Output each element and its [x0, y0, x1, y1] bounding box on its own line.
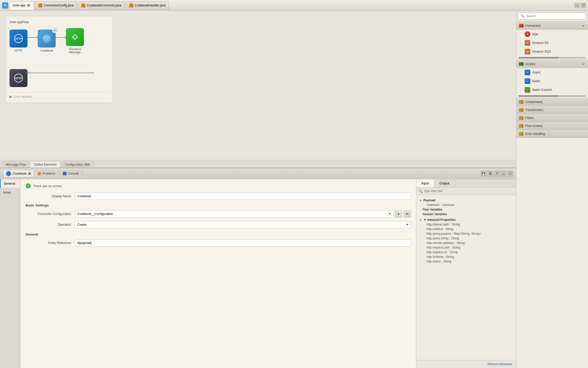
basic-settings-title: Basic Settings	[26, 203, 411, 207]
canvas-area: mule-appFlow HTTP HTTP	[0, 11, 516, 160]
problems-label: Problems	[42, 172, 55, 175]
display-name-input[interactable]	[75, 193, 411, 200]
tab-message-flow[interactable]: Message Flow	[2, 161, 30, 168]
scopes-header[interactable]: Scopes ⇌	[516, 60, 588, 68]
sidebar-item-amazonsqs[interactable]: SQS Amazon SQS	[516, 47, 588, 56]
tab-configuration-xml[interactable]: Configuration XML	[61, 161, 94, 168]
list-panel-button[interactable]: ☰	[487, 171, 493, 176]
operation-row: Operation: Create	[26, 221, 411, 228]
edit-config-button[interactable]: ✏	[404, 210, 411, 218]
panel-content: General Notes ✓ There are no errors.	[0, 179, 516, 368]
flow-control-section: Flow Control	[516, 122, 588, 130]
tab-cookbook-connector[interactable]: CookbookConnector.java	[78, 1, 124, 10]
svg-text:HTTP: HTTP	[15, 37, 22, 40]
ajax-icon: A	[525, 31, 530, 37]
tab-global-elements[interactable]: Global Elements	[30, 161, 60, 168]
panel-controls: 💾 ☰ ? — ☐	[481, 171, 513, 176]
sidebar-item-batch[interactable]: ≡ Batch	[516, 77, 588, 86]
inbound-item-7: http.scheme : String	[419, 254, 513, 259]
inbound-item-2: http.query.params : Map<String, String>	[419, 231, 513, 236]
filters-section: Filters	[516, 114, 588, 122]
arrow-2	[56, 37, 66, 38]
error-handling-header[interactable]: Error Handling	[516, 130, 588, 138]
panel-tool-tabs: Cookbook ✕ Problems Console	[3, 170, 83, 177]
async-label: Async	[532, 71, 541, 74]
cookbook-node[interactable]: Connector + Cookbook	[38, 30, 56, 52]
svg-text:tor: tor	[46, 39, 48, 41]
sidebar-item-amazons3[interactable]: S3 Amazon S3	[516, 39, 588, 47]
payload-unknown: Unknown : Unknown	[419, 203, 513, 207]
sidebar-nav-general[interactable]: General	[0, 179, 20, 188]
add-config-button[interactable]: +	[395, 210, 402, 218]
inbound-item-4: http.remote.address : String	[419, 241, 513, 245]
transformers-folder-icon	[519, 108, 524, 112]
scopes-section: Scopes ⇌ ≡ Async ≡ Batch ✓ Batch Commit	[516, 60, 588, 98]
scopes-label: Scopes	[525, 62, 580, 66]
io-tabs: Input Output	[416, 179, 516, 187]
filters-header[interactable]: Filters	[516, 114, 588, 122]
filters-folder-icon	[519, 116, 524, 120]
transform-node[interactable]: </> TransformMessage	[66, 28, 84, 54]
search-input[interactable]	[526, 14, 584, 18]
help-panel-button[interactable]: ?	[494, 171, 500, 176]
sidebar-item-ajax[interactable]: A Ajax	[516, 30, 588, 39]
java-icon-3	[129, 3, 133, 7]
transformers-header[interactable]: Transformers	[516, 106, 588, 114]
connectors-expand-icon: ⇌	[581, 24, 585, 28]
connector-config-label: Connector Configuration:	[26, 212, 72, 216]
error-expand-icon[interactable]: ▶	[9, 95, 12, 99]
panel-tab-cookbook[interactable]: Cookbook ✕	[3, 170, 34, 177]
filters-label: Filters	[525, 116, 585, 120]
minimize-panel-button[interactable]: —	[501, 171, 506, 176]
svg-text:HTTP: HTTP	[15, 77, 22, 80]
maximize-button[interactable]: ☐	[581, 3, 586, 8]
output-tab[interactable]: Output	[434, 179, 455, 187]
panel-tab-close[interactable]: ✕	[28, 172, 31, 175]
tab-connector-config[interactable]: ConnectorConfig.java	[35, 1, 77, 10]
operation-select[interactable]: Create	[75, 221, 411, 228]
refresh-metadata-link[interactable]: Refresh Metadata	[488, 362, 512, 366]
scopes-folder-icon	[519, 62, 524, 66]
title-bar: M mule-app ✕ ConnectorConfig.java Cookbo…	[0, 0, 588, 11]
right-sidebar: 🔍 Connectors ⇌ A Ajax S3 Amazon S3 SQS A…	[516, 11, 588, 368]
save-panel-button[interactable]: 💾	[481, 171, 486, 176]
no-errors-banner: ✓ There are no errors.	[26, 183, 411, 188]
app-tab[interactable]: mule-app ✕	[9, 1, 34, 10]
panel-tab-console[interactable]: Console	[59, 170, 83, 177]
minimize-button[interactable]: —	[575, 3, 580, 8]
transformers-section: Transformers	[516, 106, 588, 114]
flow-control-header[interactable]: Flow Control	[516, 122, 588, 130]
entity-ref-input[interactable]	[75, 239, 411, 247]
tab-label-connector-config: ConnectorConfig.java	[44, 4, 73, 7]
tab-label-cookbook-connector: CookbookConnector.java	[87, 4, 121, 7]
ajax-label: Ajax	[532, 32, 538, 36]
tab-cookbook-handler[interactable]: CookbookHandler.java	[126, 1, 169, 10]
entity-ref-row: Entity Reference:	[26, 239, 411, 247]
async-icon: ≡	[525, 70, 530, 75]
connector-config-row: Connector Configuration: Cookbook__Confi…	[26, 210, 411, 218]
maximize-panel-button[interactable]: ☐	[507, 171, 513, 176]
filter-input[interactable]	[424, 189, 514, 193]
filter-bar: 🔍	[416, 187, 516, 195]
http-return-node[interactable]: HTTP	[9, 69, 27, 87]
problems-icon	[37, 172, 41, 175]
inbound-item-0: http.listener.path : String	[419, 222, 513, 227]
console-icon	[63, 172, 66, 175]
sidebar-item-async[interactable]: ≡ Async	[516, 68, 588, 77]
sidebar-nav-notes[interactable]: Notes	[0, 188, 20, 197]
app-tab-close[interactable]: ✕	[27, 4, 31, 7]
center-area: mule-appFlow HTTP HTTP	[0, 11, 516, 368]
main-layout: mule-appFlow HTTP HTTP	[0, 11, 588, 368]
connectors-header[interactable]: Connectors ⇌	[516, 22, 588, 30]
panel-tab-problems[interactable]: Problems	[34, 170, 59, 177]
error-handling-folder-icon	[519, 132, 524, 136]
connector-config-select[interactable]: Cookbook__Configuration	[75, 210, 393, 218]
http-label: HTTP	[15, 49, 22, 52]
display-name-label: Display Name:	[26, 194, 72, 198]
sidebar-item-batch-commit[interactable]: ✓ Batch Commit	[516, 86, 588, 94]
error-handling-section[interactable]: ▶ Error handling	[9, 92, 109, 99]
input-tab[interactable]: Input	[416, 179, 434, 187]
http-node[interactable]: HTTP HTTP	[9, 30, 27, 52]
session-variables-item: Session Variables	[419, 212, 513, 216]
components-header[interactable]: Components	[516, 98, 588, 106]
